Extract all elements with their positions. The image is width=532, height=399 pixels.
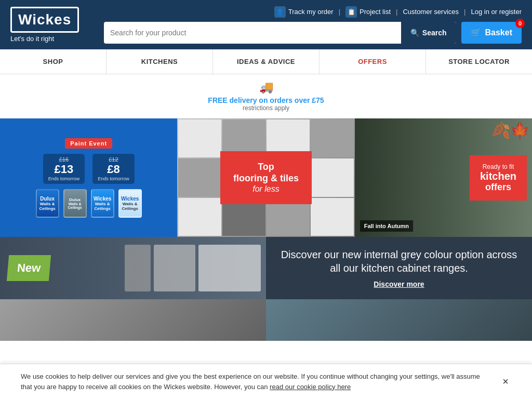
track-order-link[interactable]: 👤 Track my order bbox=[274, 6, 334, 18]
dulux-new-price: £13 bbox=[48, 163, 80, 176]
dulux-old-price: £16 bbox=[48, 156, 80, 163]
customer-services-label: Customer services bbox=[403, 8, 459, 16]
paint-can-wickes1: Wickes Walls & Ceilings bbox=[91, 189, 114, 218]
cabinet-title: Discover our new internal grey colour op… bbox=[276, 248, 522, 275]
nav-ideas[interactable]: IDEAS & ADVICE bbox=[213, 49, 320, 74]
paint-can-wickes2: Wickes Walls & Ceilings bbox=[118, 189, 142, 218]
paint-promo-card[interactable]: Paint Event £16 £13 Ends tomorrow £12 £8… bbox=[0, 118, 177, 237]
floor-tile bbox=[311, 119, 354, 157]
nav-store-locator[interactable]: STORE LOCATOR bbox=[426, 49, 532, 74]
cabinet-right-area: Discover our new internal grey colour op… bbox=[266, 237, 532, 299]
search-basket-row: 🔍 Search 0 🛒 Basket bbox=[104, 22, 522, 44]
header: Wickes Let's do it right 👤 Track my orde… bbox=[0, 0, 532, 49]
top-links: 👤 Track my order | 📋 Project list | Cust… bbox=[104, 6, 522, 18]
sep2: | bbox=[396, 8, 397, 16]
basket-icon: 🛒 bbox=[471, 28, 481, 37]
customer-services-link[interactable]: Customer services bbox=[403, 8, 459, 16]
dulux-price-box: £16 £13 Ends tomorrow bbox=[43, 154, 85, 184]
floor-tile bbox=[311, 158, 354, 196]
floor-tile bbox=[178, 198, 221, 236]
flooring-promo-card[interactable]: Top flooring & tiles for less bbox=[177, 118, 354, 237]
flooring-line3: for less bbox=[233, 184, 299, 194]
basket-badge: 0 bbox=[515, 19, 525, 28]
basket-button[interactable]: 0 🛒 Basket bbox=[461, 22, 522, 44]
logo-area: Wickes Let's do it right bbox=[10, 7, 94, 43]
sep1: | bbox=[339, 8, 340, 16]
bottom-thumbnails bbox=[0, 299, 532, 341]
promo-grid: Paint Event £16 £13 Ends tomorrow £12 £8… bbox=[0, 118, 532, 237]
autumn-leaves-icon: 🍂🍁 bbox=[491, 121, 529, 139]
kitchen-overlay: Ready to fit kitchen offers bbox=[470, 155, 527, 201]
wickes-new-price: £8 bbox=[98, 163, 129, 176]
logo-tagline: Let's do it right bbox=[10, 35, 54, 43]
login-link[interactable]: Log in or register bbox=[471, 8, 522, 16]
sep3: | bbox=[464, 8, 466, 16]
floor-tile bbox=[178, 119, 221, 157]
cabinet-left-area: New bbox=[0, 237, 266, 299]
discover-more-link[interactable]: Discover more bbox=[374, 280, 424, 288]
delivery-icon: 🚚 bbox=[6, 81, 526, 94]
header-right: 👤 Track my order | 📋 Project list | Cust… bbox=[104, 6, 522, 44]
track-order-label: Track my order bbox=[288, 8, 334, 16]
login-label: Log in or register bbox=[471, 8, 522, 16]
wickes-price-box: £12 £8 Ends tomorrow bbox=[92, 154, 135, 184]
flooring-line2: flooring & tiles bbox=[233, 173, 299, 184]
nav-shop[interactable]: SHOP bbox=[0, 49, 107, 74]
paint-prices: £16 £13 Ends tomorrow £12 £8 Ends tomorr… bbox=[43, 154, 135, 184]
kitchen-offers-text: offers bbox=[480, 182, 516, 193]
cabinet-banner[interactable]: New Discover our new internal grey colou… bbox=[0, 237, 532, 299]
floor-tile bbox=[311, 198, 354, 236]
search-bar: 🔍 Search bbox=[104, 22, 456, 44]
new-badge: New bbox=[7, 255, 51, 281]
project-list-label: Project list bbox=[360, 8, 391, 16]
search-input[interactable] bbox=[104, 29, 401, 37]
thumbnail-right[interactable] bbox=[266, 299, 532, 341]
kitchen-main-text: kitchen bbox=[480, 170, 516, 182]
paint-cans: Dulux Walls & Ceilings Dulux Walls & Cei… bbox=[36, 189, 142, 218]
wickes-old-price: £12 bbox=[98, 156, 129, 163]
main-nav: SHOP KITCHENS IDEAS & ADVICE OFFERS STOR… bbox=[0, 49, 532, 74]
delivery-text: FREE delivery on orders over £75 bbox=[6, 96, 526, 104]
logo-box: Wickes bbox=[10, 7, 79, 33]
floor-tile bbox=[178, 158, 221, 196]
basket-label: Basket bbox=[485, 28, 512, 37]
nav-kitchens[interactable]: KITCHENS bbox=[107, 49, 213, 74]
search-button[interactable]: 🔍 Search bbox=[401, 22, 456, 44]
track-order-icon: 👤 bbox=[274, 6, 286, 18]
flooring-overlay: Top flooring & tiles for less bbox=[220, 151, 312, 204]
fall-autumn-badge: Fall into Autumn bbox=[360, 220, 413, 232]
dulux-ends: Ends tomorrow bbox=[48, 176, 80, 181]
search-icon: 🔍 bbox=[410, 29, 419, 37]
kitchen-promo-card[interactable]: 🍂🍁 Ready to fit kitchen offers Fall into… bbox=[355, 118, 532, 237]
search-btn-label: Search bbox=[422, 29, 447, 37]
paint-can-dulux1: Dulux Walls & Ceilings bbox=[36, 189, 59, 218]
kitchen-ready-text: Ready to fit bbox=[480, 163, 516, 170]
paint-can-dulux2: Dulux Walls & Ceilings bbox=[63, 189, 87, 218]
wickes-ends: Ends tomorrow bbox=[98, 176, 129, 181]
project-list-icon: 📋 bbox=[345, 6, 357, 18]
project-list-link[interactable]: 📋 Project list bbox=[345, 6, 391, 18]
paint-event-label: Paint Event bbox=[65, 138, 112, 149]
delivery-subtext: restrictions apply bbox=[6, 104, 526, 112]
logo-text: Wickes bbox=[18, 11, 71, 28]
delivery-banner: 🚚 FREE delivery on orders over £75 restr… bbox=[0, 74, 532, 118]
thumbnail-left[interactable] bbox=[0, 299, 266, 341]
flooring-line1: Top bbox=[233, 162, 299, 173]
nav-offers[interactable]: OFFERS bbox=[320, 49, 426, 74]
